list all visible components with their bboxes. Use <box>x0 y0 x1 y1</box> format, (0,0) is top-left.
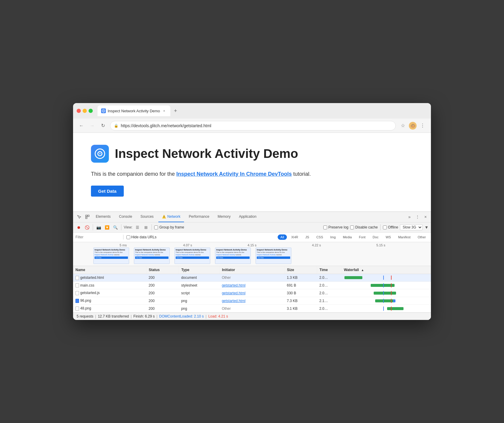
filter-font-btn[interactable]: Font <box>356 234 368 240</box>
cell-type: stylesheet <box>179 282 219 289</box>
initiator-link[interactable]: getstarted.html <box>222 291 245 295</box>
file-icon <box>75 283 79 287</box>
search-network-button[interactable]: 🔍 <box>112 224 119 231</box>
tab-application[interactable]: Application <box>235 212 260 222</box>
col-size[interactable]: Size <box>285 266 317 274</box>
tab-memory[interactable]: Memory <box>214 212 234 222</box>
file-icon <box>75 307 79 311</box>
waterfall-line-red <box>391 307 392 311</box>
back-button[interactable]: ← <box>78 122 85 129</box>
cell-type: png <box>179 305 219 312</box>
filter-all-btn[interactable]: All <box>278 234 287 240</box>
minimize-button[interactable] <box>83 109 87 113</box>
file-icon <box>75 291 79 295</box>
cell-name: 48.png <box>73 305 146 312</box>
filter-js-btn[interactable]: JS <box>303 234 312 240</box>
waterfall-view-button[interactable]: ⊞ <box>143 224 149 231</box>
cell-initiator[interactable]: getstarted.html <box>219 282 285 289</box>
throttle-select[interactable]: Slow 3G <box>400 224 423 230</box>
initiator-link[interactable]: getstarted.html <box>222 299 245 303</box>
filter-ws-btn[interactable]: WS <box>383 234 394 240</box>
filter-img-btn[interactable]: Img <box>327 234 338 240</box>
devtools-link[interactable]: Inspect Network Activity In Chrome DevTo… <box>176 171 292 177</box>
throttle-arrow[interactable]: ▼ <box>424 225 429 230</box>
col-status[interactable]: Status <box>146 266 179 274</box>
filter-manifest-btn[interactable]: Manifest <box>395 234 413 240</box>
tab-elements[interactable]: Elements <box>92 212 114 222</box>
tab-sources[interactable]: Sources <box>137 212 157 222</box>
devtools-tab-bar: Elements Console Sources Network Perform… <box>73 212 431 223</box>
menu-icon[interactable]: ⋮ <box>419 122 426 129</box>
screenshot-button[interactable]: 📷 <box>95 224 102 231</box>
toolbar-right: ☆ 🐵 ⋮ <box>399 122 426 130</box>
bookmark-icon[interactable]: ☆ <box>399 122 406 129</box>
devtools-close-button[interactable]: × <box>423 214 429 219</box>
filter-icon[interactable]: 🔽 <box>104 224 110 231</box>
file-icon <box>75 276 79 280</box>
more-tabs-button[interactable]: » <box>406 214 412 219</box>
waterfall-line-blue <box>383 283 384 287</box>
list-view-button[interactable]: ☰ <box>134 224 141 231</box>
tab-title: Inspect Network Activity Demo <box>108 109 160 113</box>
tab-network[interactable]: Network <box>158 212 184 222</box>
inspect-icon[interactable] <box>84 213 91 220</box>
col-name[interactable]: Name <box>73 266 146 274</box>
col-time[interactable]: Time <box>317 266 341 274</box>
cell-time: 2.0… <box>317 274 341 282</box>
forward-button[interactable]: → <box>89 122 96 129</box>
offline-checkbox[interactable]: Offline <box>383 225 398 229</box>
url-bar[interactable]: 🔒 https://devtools.glitch.me/network/get… <box>110 121 396 130</box>
devtools-settings-icon[interactable]: ⋮ <box>414 214 421 219</box>
svg-point-4 <box>99 153 101 154</box>
initiator-other: Other <box>222 276 231 280</box>
hide-data-urls-checkbox[interactable]: Hide data URLs <box>126 235 157 239</box>
cell-initiator[interactable]: getstarted.html <box>219 289 285 297</box>
status-requests: 5 requests <box>77 314 93 318</box>
group-by-frame-checkbox[interactable]: Group by frame <box>154 225 184 229</box>
get-data-button[interactable]: Get Data <box>91 186 124 197</box>
preserve-log-checkbox[interactable]: Preserve log <box>323 225 348 229</box>
disable-cache-checkbox[interactable]: Disable cache <box>350 225 378 229</box>
filter-media-btn[interactable]: Media <box>340 234 355 240</box>
table-row[interactable]: 96.png200pnggetstarted.html7.3 KB2.1… <box>73 297 431 305</box>
filter-css-btn[interactable]: CSS <box>314 234 326 240</box>
active-tab[interactable]: Inspect Network Activity Demo × <box>98 105 170 116</box>
waterfall-bar <box>387 307 403 310</box>
table-row[interactable]: main.css200stylesheetgetstarted.html691 … <box>73 282 431 289</box>
network-table-container: Name Status Type Initiator Size Time Wat… <box>73 266 431 312</box>
close-button[interactable] <box>77 109 81 113</box>
clear-button[interactable]: 🚫 <box>84 224 90 231</box>
svg-rect-6 <box>88 215 89 217</box>
col-waterfall[interactable]: Waterfall ▲ <box>341 266 431 274</box>
cell-time: 2.0… <box>317 289 341 297</box>
table-row[interactable]: getstarted.js200scriptgetstarted.html330… <box>73 289 431 297</box>
maximize-button[interactable] <box>89 109 93 113</box>
cell-time: 2.0… <box>317 305 341 312</box>
filter-other-btn[interactable]: Other <box>415 234 429 240</box>
tab-performance[interactable]: Performance <box>185 212 213 222</box>
record-button[interactable]: ⏺ <box>75 224 82 231</box>
table-row[interactable]: getstarted.html200documentOther1.3 KB2.0… <box>73 274 431 282</box>
tab-close-button[interactable]: × <box>162 108 167 113</box>
initiator-link[interactable]: getstarted.html <box>222 283 245 287</box>
tab-favicon <box>101 108 106 113</box>
col-type[interactable]: Type <box>179 266 219 274</box>
table-row[interactable]: 48.png200pngOther3.1 KB2.0… <box>73 305 431 312</box>
cell-initiator[interactable]: getstarted.html <box>219 297 285 305</box>
status-bar: 5 requests | 12.7 KB transferred | Finis… <box>73 312 431 320</box>
filter-bar: Hide data URLs All XHR JS CSS Img Media … <box>73 233 431 242</box>
filter-doc-btn[interactable]: Doc <box>370 234 381 240</box>
filter-xhr-btn[interactable]: XHR <box>289 234 301 240</box>
user-avatar[interactable]: 🐵 <box>409 122 417 130</box>
cursor-icon[interactable] <box>75 213 83 220</box>
filter-separator <box>123 235 123 240</box>
toolbar-separator-2 <box>121 224 121 230</box>
toolbar-separator-1 <box>93 224 93 230</box>
cell-type: png <box>179 297 219 305</box>
new-tab-button[interactable]: + <box>171 107 180 115</box>
waterfall-bar <box>374 292 396 295</box>
reload-button[interactable]: ↻ <box>99 122 106 129</box>
filter-input[interactable] <box>75 235 120 239</box>
col-initiator[interactable]: Initiator <box>219 266 285 274</box>
tab-console[interactable]: Console <box>115 212 136 222</box>
